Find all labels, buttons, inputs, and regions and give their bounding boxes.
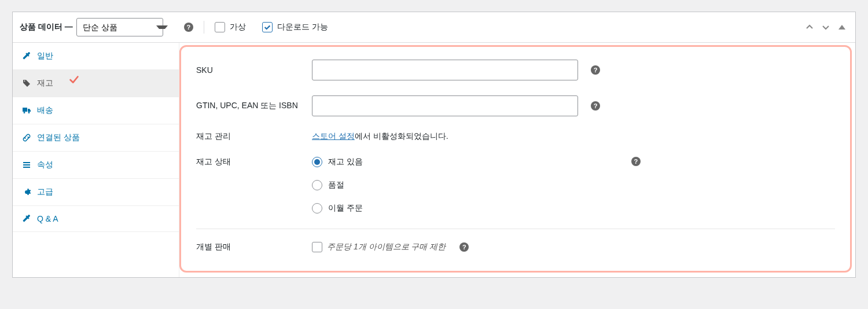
downloadable-checkbox[interactable] bbox=[262, 22, 273, 32]
toggle-button[interactable] bbox=[836, 21, 848, 34]
downloadable-checkbox-wrap[interactable]: 다운로드 가능 bbox=[262, 22, 328, 32]
help-icon[interactable]: ? bbox=[459, 242, 469, 252]
sold-individually-row: 개별 판매 주문당 1개 아이템으로 구매 제한 ? bbox=[196, 242, 835, 252]
virtual-label: 가상 bbox=[230, 22, 246, 32]
product-type-select[interactable]: 단순 상품 bbox=[76, 18, 163, 36]
sidebar-item-label: 고급 bbox=[37, 187, 53, 197]
divider bbox=[196, 229, 835, 229]
tag-icon bbox=[22, 79, 31, 88]
help-icon[interactable]: ? bbox=[631, 157, 641, 166]
stock-mgmt-suffix: 에서 비활성화되었습니다. bbox=[355, 131, 448, 141]
header-actions bbox=[803, 21, 848, 34]
panel-title: 상품 데이터 — bbox=[20, 22, 73, 32]
sidebar-item-advanced[interactable]: 고급 bbox=[13, 179, 179, 206]
wrench-icon bbox=[22, 52, 31, 61]
panel-header: 상품 데이터 — 단순 상품 ? 가상 다운로드 가능 bbox=[13, 12, 855, 43]
sku-input[interactable] bbox=[312, 60, 578, 80]
radio-instock[interactable]: 재고 있음 bbox=[312, 157, 363, 167]
wrench-icon bbox=[22, 214, 31, 223]
stock-mgmt-row: 재고 관리 스토어 설정에서 비활성화되었습니다. bbox=[196, 131, 835, 142]
product-data-panel: 상품 데이터 — 단순 상품 ? 가상 다운로드 가능 bbox=[12, 12, 856, 278]
sidebar: 일반 재고 배송 연결된 상품 bbox=[13, 43, 179, 277]
downloadable-label: 다운로드 가능 bbox=[277, 22, 328, 32]
stock-mgmt-text: 스토어 설정에서 비활성화되었습니다. bbox=[312, 131, 448, 142]
triangle-up-icon bbox=[838, 25, 845, 30]
gtin-input[interactable] bbox=[312, 95, 578, 116]
sidebar-item-inventory[interactable]: 재고 bbox=[13, 70, 179, 97]
sidebar-item-shipping[interactable]: 배송 bbox=[13, 97, 179, 124]
store-settings-link[interactable]: 스토어 설정 bbox=[312, 131, 355, 141]
help-icon[interactable]: ? bbox=[591, 101, 600, 111]
virtual-checkbox[interactable] bbox=[215, 22, 225, 32]
gtin-row: GTIN, UPC, EAN 또는 ISBN ? bbox=[196, 95, 835, 116]
radio-label: 이월 주문 bbox=[328, 203, 363, 214]
sidebar-item-label: 연결된 상품 bbox=[37, 133, 80, 143]
sidebar-item-attributes[interactable]: 속성 bbox=[13, 152, 179, 179]
panel-body: 일반 재고 배송 연결된 상품 bbox=[13, 43, 855, 277]
link-icon bbox=[22, 133, 31, 142]
sku-label: SKU bbox=[196, 65, 304, 75]
sidebar-item-label: 재고 bbox=[37, 78, 53, 89]
help-icon[interactable]: ? bbox=[184, 23, 193, 32]
radio-input[interactable] bbox=[312, 203, 322, 214]
sold-individually-checkbox-wrap[interactable]: 주문당 1개 아이템으로 구매 제한 bbox=[312, 242, 446, 252]
radio-input[interactable] bbox=[312, 180, 322, 190]
virtual-checkbox-wrap[interactable]: 가상 bbox=[215, 22, 246, 32]
sold-individually-checkbox[interactable] bbox=[312, 242, 322, 252]
radio-label: 재고 있음 bbox=[328, 157, 363, 167]
stock-status-radio-group: 재고 있음 품절 이월 주문 bbox=[312, 157, 363, 214]
sidebar-item-general[interactable]: 일반 bbox=[13, 43, 179, 70]
gtin-label: GTIN, UPC, EAN 또는 ISBN bbox=[196, 101, 304, 111]
sidebar-item-label: 일반 bbox=[37, 51, 53, 61]
move-up-button[interactable] bbox=[803, 21, 816, 34]
stock-status-row: 재고 상태 재고 있음 품절 이월 주문 bbox=[196, 157, 835, 214]
stock-mgmt-label: 재고 관리 bbox=[196, 131, 304, 142]
product-type-select-wrap: 단순 상품 bbox=[76, 18, 174, 36]
move-down-button[interactable] bbox=[819, 21, 832, 34]
gear-icon bbox=[22, 187, 31, 197]
radio-outofstock[interactable]: 품절 bbox=[312, 180, 363, 190]
radio-onbackorder[interactable]: 이월 주문 bbox=[312, 203, 363, 214]
sidebar-item-qa[interactable]: Q & A bbox=[13, 206, 179, 232]
sidebar-item-linked[interactable]: 연결된 상품 bbox=[13, 124, 179, 152]
sidebar-item-label: 속성 bbox=[37, 160, 53, 170]
stock-status-label: 재고 상태 bbox=[196, 157, 304, 167]
sidebar-item-label: 배송 bbox=[37, 105, 53, 116]
sold-individually-label: 개별 판매 bbox=[196, 242, 304, 252]
truck-icon bbox=[22, 106, 31, 115]
divider bbox=[204, 21, 204, 34]
content-area: SKU ? GTIN, UPC, EAN 또는 ISBN ? 재고 관리 스토어… bbox=[179, 45, 852, 273]
help-icon[interactable]: ? bbox=[591, 65, 600, 75]
radio-input[interactable] bbox=[312, 157, 322, 167]
sidebar-item-label: Q & A bbox=[37, 214, 58, 223]
sku-row: SKU ? bbox=[196, 60, 835, 80]
sold-individually-checkbox-label: 주문당 1개 아이템으로 구매 제한 bbox=[327, 242, 446, 252]
radio-label: 품절 bbox=[328, 180, 344, 190]
hand-annotation-icon bbox=[68, 73, 80, 90]
list-icon bbox=[22, 160, 31, 170]
